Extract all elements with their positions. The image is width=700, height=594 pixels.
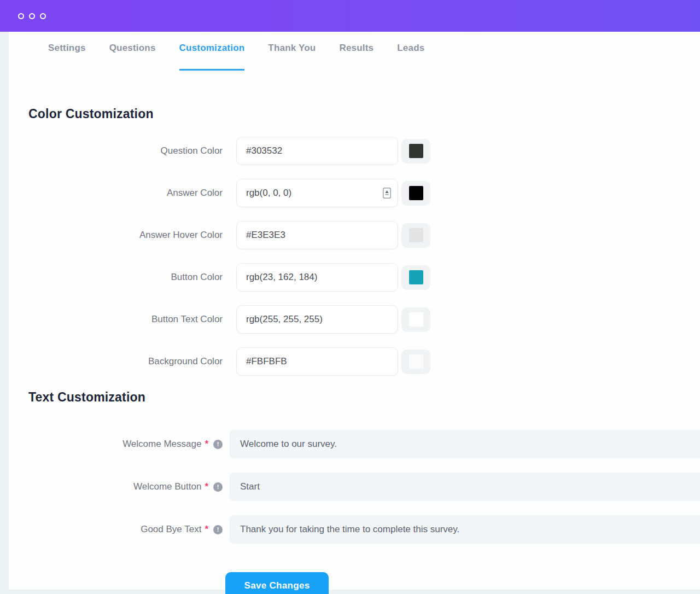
button-color-label: Button Color bbox=[28, 272, 223, 283]
required-asterisk: * bbox=[205, 439, 208, 450]
window-control-dot-2[interactable] bbox=[29, 13, 35, 19]
question-color-swatch-button[interactable] bbox=[401, 139, 430, 164]
good-bye-text-row: Good Bye Text * ! bbox=[9, 515, 700, 544]
button-color-swatch bbox=[409, 270, 423, 284]
button-color-row: Button Color bbox=[9, 263, 700, 292]
tab-bar: Settings Questions Customization Thank Y… bbox=[9, 32, 700, 71]
save-changes-button[interactable]: Save Changes bbox=[225, 572, 329, 594]
good-bye-text-input[interactable] bbox=[229, 515, 700, 544]
background-color-swatch-button[interactable] bbox=[401, 350, 430, 374]
button-text-color-row: Button Text Color bbox=[9, 305, 700, 334]
welcome-button-row: Welcome Button * ! bbox=[9, 473, 700, 501]
answer-color-label: Answer Color bbox=[28, 188, 223, 199]
tab-leads[interactable]: Leads bbox=[397, 43, 424, 71]
info-icon[interactable]: ! bbox=[213, 440, 223, 449]
answer-color-row: Answer Color bbox=[9, 179, 700, 207]
info-icon[interactable]: ! bbox=[213, 482, 223, 492]
button-color-input[interactable] bbox=[236, 263, 398, 292]
background-color-row: Background Color bbox=[9, 347, 700, 376]
info-icon[interactable]: ! bbox=[213, 525, 223, 534]
background-color-label: Background Color bbox=[28, 356, 223, 367]
tab-customization[interactable]: Customization bbox=[179, 43, 245, 71]
color-customization-title: Color Customization bbox=[28, 107, 700, 121]
survey-settings-panel: Settings Questions Customization Thank Y… bbox=[9, 32, 700, 590]
window-control-dot-1[interactable] bbox=[18, 13, 24, 19]
welcome-button-label: Welcome Button bbox=[133, 481, 201, 492]
button-text-color-swatch bbox=[409, 312, 423, 327]
answer-hover-color-label: Answer Hover Color bbox=[28, 230, 223, 241]
tab-settings[interactable]: Settings bbox=[48, 43, 86, 71]
welcome-message-label: Welcome Message bbox=[122, 439, 201, 450]
background-color-input[interactable] bbox=[236, 347, 398, 376]
welcome-message-input[interactable] bbox=[229, 430, 700, 458]
required-asterisk: * bbox=[205, 481, 208, 492]
welcome-message-row: Welcome Message * ! bbox=[9, 430, 700, 458]
button-text-color-label: Button Text Color bbox=[28, 314, 223, 325]
answer-hover-color-swatch-button[interactable] bbox=[401, 223, 430, 248]
text-customization-title: Text Customization bbox=[28, 390, 700, 405]
answer-hover-color-row: Answer Hover Color bbox=[9, 221, 700, 249]
question-color-input[interactable] bbox=[236, 137, 398, 165]
good-bye-text-label: Good Bye Text bbox=[141, 524, 201, 535]
window-controls bbox=[18, 13, 46, 19]
tab-questions[interactable]: Questions bbox=[109, 43, 156, 71]
answer-hover-color-swatch bbox=[409, 228, 423, 242]
tab-thank-you[interactable]: Thank You bbox=[268, 43, 316, 71]
answer-hover-color-input[interactable] bbox=[236, 221, 398, 249]
welcome-button-input[interactable] bbox=[229, 473, 700, 501]
button-text-color-swatch-button[interactable] bbox=[401, 307, 430, 332]
background-color-swatch bbox=[409, 354, 423, 369]
button-color-swatch-button[interactable] bbox=[401, 265, 430, 290]
autofill-icon bbox=[383, 188, 391, 199]
button-text-color-input[interactable] bbox=[236, 305, 398, 334]
question-color-label: Question Color bbox=[28, 145, 223, 156]
tab-results[interactable]: Results bbox=[339, 43, 374, 71]
answer-color-input[interactable] bbox=[236, 179, 398, 207]
question-color-swatch bbox=[409, 144, 423, 158]
required-asterisk: * bbox=[205, 524, 208, 535]
window-control-dot-3[interactable] bbox=[40, 13, 46, 19]
answer-color-swatch-button[interactable] bbox=[401, 181, 430, 206]
question-color-row: Question Color bbox=[9, 137, 700, 165]
window-titlebar bbox=[0, 0, 700, 32]
answer-color-swatch bbox=[409, 186, 423, 200]
